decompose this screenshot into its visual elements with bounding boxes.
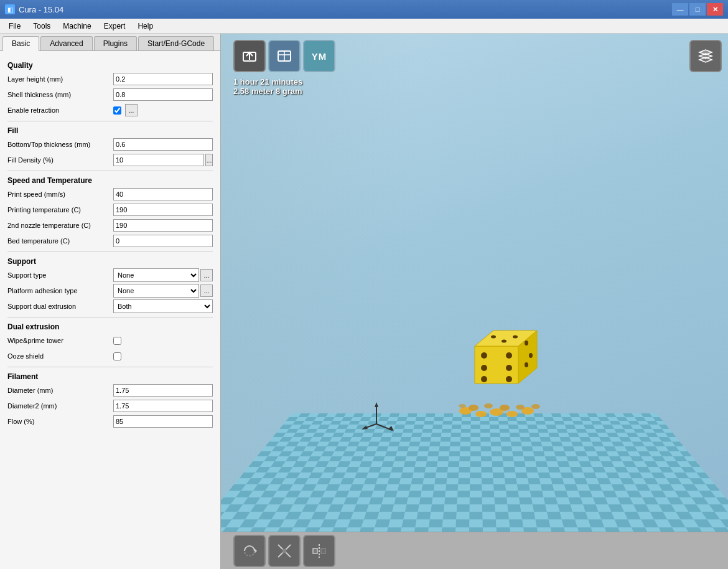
nozzle2-temp-input[interactable] (113, 219, 213, 232)
bottom-toolbar (221, 532, 728, 569)
svg-marker-45 (321, 548, 325, 553)
support-blobs (450, 380, 549, 419)
fill-density-input[interactable] (113, 154, 204, 166)
diameter2-row: Diameter2 (mm) (7, 399, 213, 413)
enable-retraction-row: Enable retraction ... (7, 103, 213, 117)
svg-point-14 (491, 335, 496, 338)
bed-temp-input[interactable] (113, 235, 213, 247)
divider-1 (7, 121, 213, 121)
bottom-top-thickness-input[interactable] (113, 138, 213, 151)
axis-indicator (358, 396, 395, 435)
minimize-button[interactable]: — (672, 3, 688, 16)
fill-density-row: Fill Density (%) ... (7, 153, 213, 167)
svg-marker-36 (362, 426, 368, 430)
fill-density-label: Fill Density (%) (7, 156, 113, 164)
main-container: Basic Advanced Plugins Start/End-GCode Q… (0, 34, 728, 569)
enable-retraction-label: Enable retraction (7, 106, 113, 114)
tab-basic[interactable]: Basic (2, 36, 39, 51)
svg-point-9 (506, 352, 512, 359)
tab-plugins[interactable]: Plugins (94, 36, 137, 50)
maximize-button[interactable]: □ (689, 3, 706, 16)
diameter2-input[interactable] (113, 400, 213, 412)
wipe-tower-row: Wipe&prime tower (7, 334, 213, 347)
printing-temp-label: Printing temperature (C) (7, 206, 113, 214)
divider-3 (7, 252, 213, 252)
svg-line-38 (278, 545, 283, 550)
diameter-input[interactable] (113, 384, 213, 397)
right-panel: YM 1 hour 21 minutes 2.58 meter 8 gram (221, 34, 728, 569)
platform-adhesion-label: Platform adhesion type (7, 287, 113, 294)
layer-height-label: Layer height (mm) (7, 75, 113, 83)
ooze-shield-checkbox[interactable] (113, 352, 121, 360)
enable-retraction-btn[interactable]: ... (125, 104, 138, 116)
menu-help[interactable]: Help (131, 21, 159, 32)
svg-line-41 (286, 552, 291, 557)
support-dual-row: Support dual extrusion Both First extrud… (7, 299, 213, 313)
svg-point-23 (506, 411, 518, 417)
load-model-button[interactable] (233, 40, 266, 72)
svg-point-29 (459, 404, 466, 408)
section-support-title: Support (7, 257, 213, 266)
time-info: 1 hour 21 minutes 2.58 meter 8 gram (233, 77, 302, 96)
fill-density-btn[interactable]: ... (205, 154, 213, 166)
scale-button[interactable] (268, 535, 301, 567)
section-dual-title: Dual extrusion (7, 322, 213, 331)
svg-point-16 (502, 339, 506, 342)
svg-point-18 (529, 353, 533, 358)
support-type-btn[interactable]: ... (200, 269, 213, 281)
svg-point-10 (481, 365, 487, 371)
svg-line-39 (286, 545, 291, 550)
ooze-shield-label: Ooze shield (7, 352, 113, 360)
print-speed-input[interactable] (113, 188, 213, 200)
svg-point-26 (500, 405, 510, 411)
svg-point-11 (506, 365, 512, 371)
bottom-top-thickness-label: Bottom/Top thickness (mm) (7, 141, 113, 148)
section-filament-title: Filament (7, 372, 213, 381)
enable-retraction-checkbox[interactable] (113, 106, 121, 115)
ooze-shield-row: Ooze shield (7, 349, 213, 363)
menu-machine[interactable]: Machine (57, 21, 97, 32)
bottom-top-thickness-row: Bottom/Top thickness (mm) (7, 138, 213, 151)
shell-thickness-input[interactable] (113, 88, 213, 101)
app-icon: ◧ (5, 4, 15, 14)
platform-adhesion-btn[interactable]: ... (200, 284, 213, 297)
form-area: Quality Layer height (mm) Shell thicknes… (0, 51, 220, 569)
title-bar-left: ◧ Cura - 15.04 (5, 4, 63, 14)
section-quality-title: Quality (7, 61, 213, 70)
close-button[interactable]: ✕ (707, 3, 723, 16)
divider-5 (7, 367, 213, 367)
svg-line-33 (376, 424, 392, 430)
wipe-tower-checkbox[interactable] (113, 337, 121, 345)
print-speed-row: Print speed (mm/s) (7, 187, 213, 201)
wipe-tower-label: Wipe&prime tower (7, 337, 113, 344)
svg-point-21 (475, 411, 487, 417)
bed-temp-label: Bed temperature (C) (7, 237, 113, 245)
layers-view-button[interactable] (689, 40, 722, 72)
svg-rect-42 (282, 549, 286, 553)
svg-marker-44 (313, 548, 317, 553)
tabs: Basic Advanced Plugins Start/End-GCode (0, 34, 220, 51)
rotate-button[interactable] (233, 535, 266, 567)
svg-point-19 (525, 362, 528, 367)
support-dual-select[interactable]: Both First extruder Second extruder (113, 299, 213, 313)
svg-line-40 (278, 552, 283, 557)
svg-point-30 (531, 404, 540, 409)
platform-adhesion-select[interactable]: None Brim Raft (113, 284, 199, 298)
support-type-select[interactable]: None Touching buildplate Everywhere (113, 268, 199, 282)
printing-temp-input[interactable] (113, 204, 213, 216)
tab-advanced[interactable]: Advanced (40, 36, 92, 50)
diameter2-label: Diameter2 (mm) (7, 402, 113, 410)
mirror-button[interactable] (303, 535, 335, 567)
svg-point-17 (525, 341, 528, 346)
menu-file[interactable]: File (2, 21, 27, 32)
ym-button[interactable]: YM (303, 40, 335, 72)
view-3d-button[interactable] (268, 40, 301, 72)
section-speed-title: Speed and Temperature (7, 176, 213, 185)
tab-start-end-gcode[interactable]: Start/End-GCode (138, 36, 214, 50)
menu-expert[interactable]: Expert (98, 21, 132, 32)
flow-input[interactable] (113, 415, 213, 428)
menu-tools[interactable]: Tools (27, 21, 57, 32)
layer-height-row: Layer height (mm) (7, 72, 213, 86)
layer-height-input[interactable] (113, 73, 213, 85)
window-title: Cura - 15.04 (19, 5, 63, 14)
